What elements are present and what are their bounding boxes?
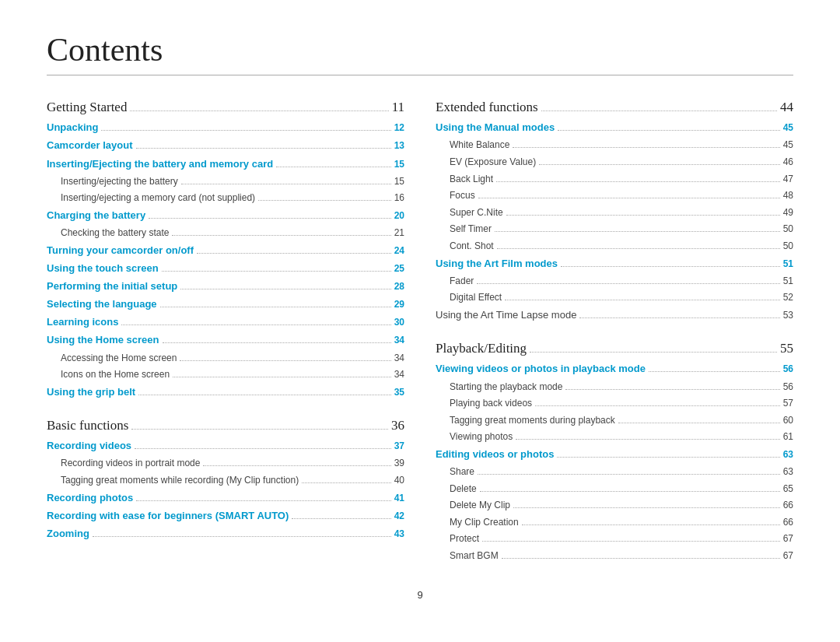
toc-item-label: Recording photos	[47, 490, 133, 506]
toc-item: Performing the initial setup28	[47, 279, 404, 294]
toc-dots	[478, 198, 780, 198]
toc-item-label: Playing back videos	[450, 396, 532, 411]
toc-dots	[482, 541, 780, 542]
toc-item: Using the Home screen34	[47, 332, 404, 348]
toc-item-label: Recording videos in portrait mode	[61, 456, 200, 471]
toc-dots	[505, 300, 779, 300]
toc-item: Viewing photos61	[436, 430, 793, 444]
toc-dots	[276, 167, 391, 167]
toc-item-page: 42	[394, 509, 404, 524]
toc-item-label: Charging the battery	[47, 208, 145, 223]
toc-item-page: 52	[783, 290, 793, 305]
section-heading-0: Extended functions44	[436, 97, 793, 118]
toc-item-page: 39	[394, 456, 404, 471]
toc-item-label: Checking the battery state	[61, 226, 169, 240]
toc-item-label: Editing videos or photos	[436, 447, 554, 462]
toc-item-page: 49	[783, 205, 793, 220]
toc-item-page: 51	[783, 274, 793, 289]
toc-item-page: 15	[394, 174, 404, 189]
toc-item-label: Starting the playback mode	[450, 380, 562, 395]
section-heading-label: Getting Started	[47, 97, 127, 118]
toc-item-page: 51	[783, 257, 793, 272]
section-heading-page: 55	[780, 339, 793, 359]
toc-item-label: Delete My Clip	[450, 498, 510, 513]
toc-item-label: Tagging great moments during playback	[450, 413, 615, 428]
toc-item-label: EV (Exposure Value)	[450, 155, 536, 170]
toc-item: Recording videos37	[47, 438, 404, 454]
toc-item-label: White Balance	[450, 138, 509, 153]
toc-dots	[649, 371, 780, 372]
toc-item: Turning your camcorder on/off24	[47, 243, 404, 258]
toc-item: Editing videos or photos63	[436, 447, 793, 462]
toc-dots	[539, 164, 779, 165]
toc-item: Recording photos41	[47, 490, 404, 506]
toc-item-label: Performing the initial setup	[47, 279, 177, 294]
toc-dots	[258, 200, 391, 201]
toc-dots	[516, 439, 779, 440]
toc-dots	[203, 465, 390, 466]
page-number: 9	[47, 589, 793, 601]
toc-item-label: My Clip Creation	[450, 515, 519, 530]
toc-item-label: Zooming	[47, 526, 89, 542]
toc-item-label: Protect	[450, 531, 479, 546]
toc-item-page: 34	[394, 333, 404, 348]
toc-item-page: 56	[783, 380, 793, 395]
toc-item: Viewing videos or photos in playback mod…	[436, 361, 793, 377]
toc-item-page: 60	[783, 413, 793, 428]
toc-item-label: Smart BGM	[450, 549, 499, 563]
toc-item-label: Unpacking	[47, 120, 98, 135]
toc-item: Self Timer50	[436, 222, 793, 237]
toc-item-label: Share	[450, 465, 474, 479]
right-column: Extended functions44Using the Manual mod…	[436, 97, 793, 566]
toc-item-label: Cont. Shot	[450, 239, 494, 254]
toc-item: Inserting/ejecting a memory card (not su…	[47, 191, 404, 205]
toc-item-label: Delete	[450, 482, 477, 496]
toc-dots	[513, 507, 780, 508]
toc-dots	[477, 283, 779, 284]
toc-item-label: Inserting/ejecting the battery	[61, 174, 178, 189]
toc-item: Using the grip belt35	[47, 384, 404, 400]
toc-item-page: 24	[394, 244, 404, 258]
toc-item: Using the Art Time Lapse mode53	[436, 307, 793, 323]
toc-item-page: 37	[394, 439, 404, 454]
toc-dots	[121, 325, 390, 325]
section-heading-label: Basic functions	[47, 416, 128, 436]
toc-item-label: Turning your camcorder on/off	[47, 243, 194, 258]
section-heading-1: Basic functions36	[47, 416, 404, 436]
toc-item: EV (Exposure Value)46	[436, 155, 793, 170]
toc-dots	[131, 429, 388, 430]
toc-item-page: 57	[783, 396, 793, 411]
toc-item-label: Fader	[450, 274, 474, 289]
toc-dots	[163, 342, 391, 343]
toc-item-page: 45	[783, 138, 793, 153]
toc-item-page: 50	[783, 239, 793, 254]
toc-item: Using the Art Film modes51	[436, 256, 793, 272]
toc-item: Unpacking12	[47, 120, 404, 135]
toc-item-label: Inserting/ejecting a memory card (not su…	[61, 191, 255, 205]
toc-item-page: 67	[783, 531, 793, 546]
toc-dots	[180, 360, 390, 361]
toc-item-label: Super C.Nite	[450, 205, 503, 220]
title-rule	[47, 75, 793, 75]
section-heading-label: Extended functions	[436, 97, 538, 118]
toc-item-label: Camcorder layout	[47, 138, 133, 153]
toc-dots	[506, 215, 780, 216]
toc-item: Protect67	[436, 531, 793, 546]
toc-dots	[292, 518, 390, 519]
toc-item-page: 67	[783, 549, 793, 563]
toc-item-label: Using the grip belt	[47, 384, 135, 400]
toc-item-page: 35	[394, 385, 404, 400]
toc-dots	[535, 405, 780, 406]
toc-item-page: 28	[394, 279, 404, 294]
toc-dots	[530, 352, 777, 353]
toc-dots	[138, 395, 391, 395]
toc-item-page: 48	[783, 188, 793, 203]
toc-item-page: 61	[783, 430, 793, 444]
toc-item: Camcorder layout13	[47, 138, 404, 153]
toc-item-page: 29	[394, 297, 404, 312]
toc-item-label: Recording with ease for beginners (SMART…	[47, 508, 289, 524]
toc-item-page: 13	[394, 139, 404, 153]
toc-item: Super C.Nite49	[436, 205, 793, 220]
toc-dots	[565, 389, 779, 390]
toc-item-page: 34	[394, 367, 404, 382]
